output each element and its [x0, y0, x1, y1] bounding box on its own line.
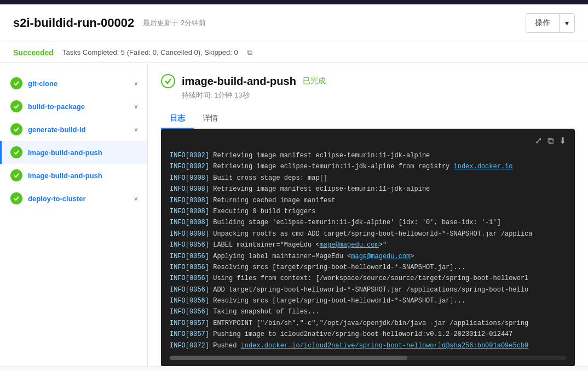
log-line-7: INFO[0008] Building stage 'eclipse-temur… — [170, 217, 566, 228]
log-scrollbar[interactable] — [170, 356, 566, 360]
action-button-label: 操作 — [526, 14, 559, 32]
last-updated: 最后更新于 2分钟前 — [143, 18, 206, 28]
log-line-1: INFO[0002] Retrieving image manifest ecl… — [170, 150, 566, 161]
log-line-5: INFO[0008] Returning cached image manife… — [170, 195, 566, 206]
log-line-14: INFO[0056] Resolving srcs [target/spring… — [170, 295, 566, 306]
status-succeeded: Succeeded — [13, 48, 54, 57]
log-line-3: INFO[0008] Built cross stage deps: map[] — [170, 173, 566, 184]
task-header: image-build-and-push 已完成 — [161, 74, 575, 88]
task-status: 已完成 — [303, 76, 326, 86]
tab-details[interactable]: 详情 — [194, 109, 227, 128]
email-link-1[interactable]: mage@magedu.com — [320, 241, 379, 249]
log-line-16: INFO[0057] ENTRYPOINT ["/bin/sh","-c","/… — [170, 318, 566, 329]
download-icon[interactable]: ⬇ — [559, 135, 566, 146]
external-link-icon[interactable]: ⧉ — [547, 135, 554, 146]
sidebar-item-deploy-to-cluster[interactable]: deploy-to-cluster ∨ — [0, 187, 147, 210]
log-line-6: INFO[0008] Executing 0 build triggers — [170, 206, 566, 217]
chevron-down-icon-deploy-to-cluster: ∨ — [134, 195, 139, 202]
chevron-down-icon-build-to-package: ∨ — [134, 102, 139, 110]
sidebar-item-name-git-clone: git-clone — [28, 79, 134, 88]
log-line-15: INFO[0056] Taking snapshot of files... — [170, 306, 566, 317]
chevron-down-icon-git-clone: ∨ — [134, 79, 139, 87]
sidebar-item-name-deploy-to-cluster: deploy-to-cluster — [28, 195, 134, 203]
sidebar: git-clone ∨ build-to-package ∨ generate-… — [0, 63, 148, 366]
sidebar-item-name-build-to-package: build-to-package — [28, 102, 134, 111]
page-title: s2i-buildid-run-00002 — [13, 16, 134, 30]
tab-log[interactable]: 日志 — [161, 109, 194, 128]
check-icon-deploy-to-cluster — [10, 192, 22, 204]
sidebar-item-generate-build-id[interactable]: generate-build-id ∨ — [0, 118, 147, 141]
task-duration: 持续时间: 1分钟 13秒 — [182, 90, 575, 100]
log-line-10: INFO[0056] Applying label maintainer=Mag… — [170, 251, 566, 262]
log-line-9: INFO[0056] LABEL maintainer="MageEdu <ma… — [170, 239, 566, 250]
log-line-2: INFO[0002] Retrieving image eclipse-temu… — [170, 161, 566, 172]
log-line-11: INFO[0056] Resolving srcs [target/spring… — [170, 262, 566, 273]
sidebar-item-build-to-package[interactable]: build-to-package ∨ — [0, 95, 147, 118]
header-left: s2i-buildid-run-00002 最后更新于 2分钟前 — [13, 16, 206, 30]
status-tasks: Tasks Completed: 5 (Failed: 0, Cancelled… — [62, 48, 238, 56]
sidebar-item-name-image-build-2: image-build-and-push — [28, 172, 139, 180]
sidebar-item-name-image-build-1: image-build-and-push — [28, 149, 139, 157]
sidebar-item-name-generate-build-id: generate-build-id — [28, 125, 134, 134]
docker-io-link[interactable]: index.docker.io — [454, 163, 513, 170]
chevron-down-icon-generate-build-id: ∨ — [134, 125, 139, 133]
log-line-13: INFO[0056] ADD target/spring-boot-hellow… — [170, 284, 566, 295]
log-line-8: INFO[0008] Unpacking rootfs as cmd ADD t… — [170, 229, 566, 239]
expand-icon[interactable]: ⤢ — [535, 135, 542, 146]
log-scrollbar-thumb — [170, 356, 407, 360]
copy-icon[interactable]: ⧉ — [247, 48, 252, 57]
log-line-4: INFO[0008] Retrieving image manifest ecl… — [170, 184, 566, 195]
content-area: image-build-and-push 已完成 持续时间: 1分钟 13秒 日… — [148, 63, 588, 366]
check-icon-generate-build-id — [10, 123, 22, 135]
log-line-17: INFO[0057] Pushing image to icloud2nativ… — [170, 329, 566, 340]
pushed-image-link[interactable]: index.docker.io/icloud2native/spring-boo… — [241, 342, 529, 350]
log-area: ⤢ ⧉ ⬇ INFO[0002] Retrieving image manife… — [161, 129, 575, 366]
log-toolbar: ⤢ ⧉ ⬇ — [170, 135, 566, 146]
top-bar — [0, 0, 588, 4]
sidebar-item-image-build-and-push-2[interactable]: image-build-and-push — [0, 164, 147, 187]
tabs: 日志 详情 — [161, 109, 575, 129]
log-line-18: INFO[0072] Pushed index.docker.io/icloud… — [170, 340, 566, 351]
header: s2i-buildid-run-00002 最后更新于 2分钟前 操作 ▾ — [0, 4, 588, 42]
check-icon-git-clone — [10, 77, 22, 89]
check-icon-image-build-2 — [10, 169, 22, 181]
check-icon-build-to-package — [10, 100, 22, 112]
check-icon-image-build-1 — [10, 146, 22, 158]
status-bar: Succeeded Tasks Completed: 5 (Failed: 0,… — [0, 42, 588, 63]
email-link-2[interactable]: mage@magedu.com — [351, 253, 410, 260]
sidebar-item-git-clone[interactable]: git-clone ∨ — [0, 72, 147, 95]
watermark: CSDN @爱写代码的小男孩 — [0, 366, 588, 371]
sidebar-item-image-build-and-push-1[interactable]: image-build-and-push — [0, 141, 147, 164]
action-button[interactable]: 操作 ▾ — [526, 13, 575, 33]
action-button-arrow[interactable]: ▾ — [559, 14, 574, 32]
log-line-12: INFO[0056] Using files from context: [/w… — [170, 273, 566, 284]
main: git-clone ∨ build-to-package ∨ generate-… — [0, 63, 588, 366]
task-title: image-build-and-push — [182, 75, 296, 88]
task-check-icon — [161, 74, 175, 88]
